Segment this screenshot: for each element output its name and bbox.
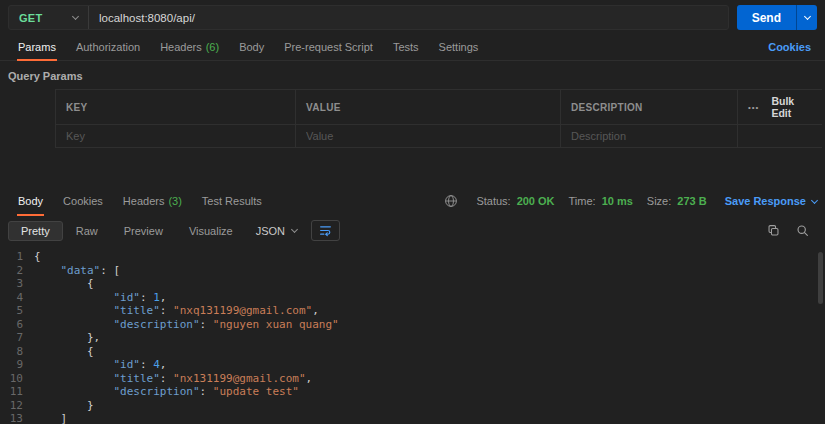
key-cell: [55, 125, 295, 147]
code-text: "title": "nx131199@gmail.com",: [34, 372, 312, 386]
status-value: 200 OK: [517, 195, 555, 207]
code-line: 4 "id": 1,: [0, 291, 825, 305]
code-text: }: [34, 399, 94, 413]
copy-icon[interactable]: [767, 224, 780, 237]
line-number: 3: [0, 277, 34, 291]
response-meta: Status: 200 OK Time: 10 ms Size: 273 B S…: [444, 194, 817, 208]
save-response-label: Save Response: [725, 195, 806, 207]
more-actions-icon[interactable]: •••: [748, 103, 759, 112]
toolbar-right: [767, 224, 817, 237]
code-text: "description": "nguyen xuan quang": [34, 318, 339, 332]
response-body-code: 1{2 "data": [3 {4 "id": 1,5 "title": "nx…: [0, 250, 825, 424]
chevron-down-icon: [803, 13, 810, 20]
status-label: Status:: [476, 195, 510, 207]
view-tab-visualize[interactable]: Visualize: [176, 221, 246, 241]
value-input[interactable]: [306, 130, 550, 142]
column-header-key: KEY: [55, 90, 295, 124]
code-text: {: [34, 345, 94, 359]
line-number: 6: [0, 318, 34, 332]
code-line: 12 }: [0, 399, 825, 413]
response-tab-test-results[interactable]: Test Results: [192, 187, 272, 215]
save-response-button[interactable]: Save Response: [725, 195, 817, 207]
line-number: 9: [0, 358, 34, 372]
key-input[interactable]: [66, 130, 285, 142]
tab-label: Headers: [123, 195, 165, 207]
wrap-text-icon: [319, 224, 332, 237]
query-params-title: Query Params: [0, 61, 825, 89]
line-number: 8: [0, 345, 34, 359]
send-options-button[interactable]: [796, 5, 817, 30]
line-number: 10: [0, 372, 34, 386]
query-params-table: KEY VALUE DESCRIPTION ••• Bulk Edit: [55, 89, 822, 148]
chevron-down-icon: [72, 13, 79, 20]
url-input[interactable]: [89, 6, 728, 29]
response-tab-cookies[interactable]: Cookies: [53, 187, 113, 215]
globe-icon[interactable]: [444, 194, 458, 208]
code-text: "title": "nxq131199@gmail.com",: [34, 304, 319, 318]
view-tab-raw[interactable]: Raw: [63, 221, 111, 241]
table-header-row: KEY VALUE DESCRIPTION ••• Bulk Edit: [55, 89, 822, 125]
wrap-text-button[interactable]: [311, 220, 340, 241]
column-header-label: DESCRIPTION: [571, 102, 643, 113]
code-line: 5 "title": "nxq131199@gmail.com",: [0, 304, 825, 318]
search-icon[interactable]: [796, 224, 809, 237]
tab-label: Pre-request Script: [284, 41, 373, 53]
chevron-down-icon: [811, 196, 818, 203]
tab-label: Body: [239, 41, 264, 53]
code-line: 3 {: [0, 277, 825, 291]
code-line: 1{: [0, 250, 825, 264]
scrollbar[interactable]: [818, 252, 823, 304]
response-tab-headers[interactable]: Headers(3): [113, 187, 192, 215]
tab-body[interactable]: Body: [229, 34, 274, 60]
method-select[interactable]: GET: [9, 6, 89, 29]
line-number: 2: [0, 264, 34, 278]
language-label: JSON: [256, 225, 285, 237]
code-text: "description": "update test": [34, 385, 299, 399]
code-line: 13 ]: [0, 412, 825, 424]
view-tab-preview[interactable]: Preview: [111, 221, 176, 241]
response-view-toolbar: Pretty Raw Preview Visualize JSON: [0, 215, 825, 246]
method-label: GET: [19, 12, 43, 24]
description-cell: [560, 125, 737, 147]
code-line: 2 "data": [: [0, 264, 825, 278]
tab-pre-request-script[interactable]: Pre-request Script: [274, 34, 383, 60]
postman-app: GET Send Params Authorization Headers(6)…: [0, 0, 825, 424]
description-input[interactable]: [571, 130, 727, 142]
tab-label: Authorization: [76, 41, 140, 53]
code-line: 7 },: [0, 331, 825, 345]
bulk-edit-button[interactable]: Bulk Edit: [771, 95, 812, 119]
tab-authorization[interactable]: Authorization: [66, 34, 150, 60]
table-row: [55, 125, 822, 148]
tab-headers[interactable]: Headers(6): [150, 34, 229, 60]
send-button[interactable]: Send: [737, 5, 796, 30]
tab-label: Test Results: [202, 195, 262, 207]
line-number: 12: [0, 399, 34, 413]
line-number: 13: [0, 412, 34, 424]
view-tab-pretty[interactable]: Pretty: [8, 221, 63, 241]
tab-tests[interactable]: Tests: [383, 34, 429, 60]
column-header-value: VALUE: [295, 90, 560, 124]
request-tabs: Params Authorization Headers(6) Body Pre…: [0, 34, 825, 61]
tab-params[interactable]: Params: [8, 34, 66, 60]
line-number: 11: [0, 385, 34, 399]
code-line: 11 "description": "update test": [0, 385, 825, 399]
code-text: {: [34, 277, 94, 291]
request-url-bar: GET Send: [0, 0, 825, 34]
table-actions-cell: ••• Bulk Edit: [737, 90, 822, 124]
code-line: 9 "id": 4,: [0, 358, 825, 372]
cookies-link[interactable]: Cookies: [762, 41, 817, 53]
line-number: 5: [0, 304, 34, 318]
tab-count: (6): [206, 41, 219, 53]
code-text: "data": [: [34, 264, 120, 278]
send-button-group: Send: [737, 5, 817, 30]
code-text: {: [34, 250, 41, 264]
tab-count: (3): [168, 195, 181, 207]
response-tab-body[interactable]: Body: [8, 187, 53, 215]
language-select[interactable]: JSON: [246, 221, 307, 241]
chevron-down-icon: [291, 226, 298, 233]
tab-label: Cookies: [63, 195, 103, 207]
line-number: 7: [0, 331, 34, 345]
code-text: "id": 1,: [34, 291, 166, 305]
tab-settings[interactable]: Settings: [429, 34, 489, 60]
tab-label: Params: [18, 41, 56, 53]
